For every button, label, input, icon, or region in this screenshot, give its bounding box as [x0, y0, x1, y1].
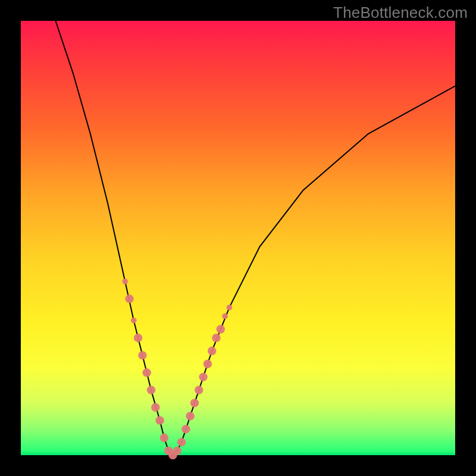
watermark-text: TheBottleneck.com [333, 4, 468, 22]
marker-dot [190, 399, 199, 407]
series-curve [55, 21, 455, 455]
marker-dot [208, 347, 216, 355]
marker-dot [122, 278, 128, 284]
marker-dot [155, 416, 164, 424]
marker-dot [138, 351, 146, 359]
marker-dot [151, 403, 159, 412]
marker-dot [131, 318, 137, 324]
markers-group [122, 278, 232, 459]
marker-dot [177, 438, 186, 446]
chart-svg [21, 21, 455, 455]
plot-area [21, 21, 455, 455]
marker-dot [227, 305, 233, 311]
marker-dot [143, 368, 151, 377]
marker-dot [195, 386, 203, 394]
marker-dot [173, 447, 181, 455]
marker-dot [186, 412, 195, 420]
marker-dot [147, 386, 155, 394]
chart-frame: TheBottleneck.com [0, 0, 476, 476]
marker-dot [160, 434, 168, 442]
marker-dot [125, 295, 133, 303]
marker-dot [217, 325, 225, 333]
marker-dot [212, 334, 220, 342]
marker-dot [222, 314, 228, 320]
marker-dot [181, 425, 190, 433]
marker-dot [134, 334, 142, 342]
marker-dot [203, 360, 212, 368]
marker-dot [199, 372, 207, 381]
